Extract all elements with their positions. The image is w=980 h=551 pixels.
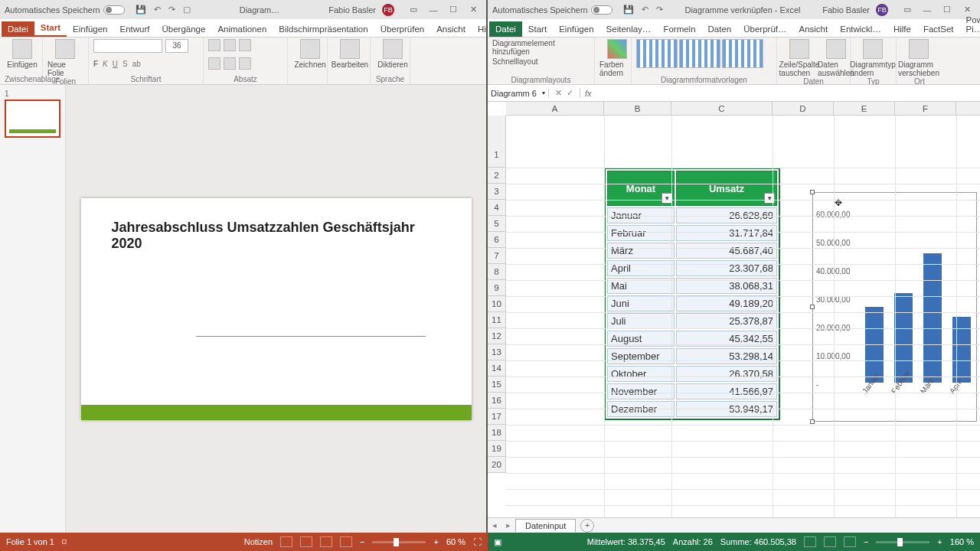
undo-icon[interactable]: ↶ [154, 5, 161, 15]
reading-view-icon[interactable] [320, 536, 332, 547]
tab-ansicht[interactable]: Ansicht [430, 21, 472, 37]
row-header-12[interactable]: 12 [488, 328, 505, 344]
row-header-9[interactable]: 9 [488, 280, 505, 296]
chart-style-2[interactable] [679, 39, 720, 68]
font-combobox[interactable] [93, 39, 162, 53]
cell-umsatz[interactable]: 41.566,97 [676, 383, 777, 399]
row-header-10[interactable]: 10 [488, 296, 505, 312]
tab-datei[interactable]: Datei [2, 21, 34, 37]
cell-umsatz[interactable]: 26.370,58 [676, 366, 777, 382]
fx-icon[interactable]: fx [580, 89, 596, 98]
cell-monat[interactable]: September [607, 348, 675, 364]
cancel-icon[interactable]: ✕ [555, 88, 562, 98]
zoom-level[interactable]: 60 % [446, 537, 466, 546]
bullets-icon[interactable] [208, 39, 220, 51]
align-center-icon[interactable] [224, 57, 236, 70]
tab-start[interactable]: Start [34, 20, 67, 37]
cell-umsatz[interactable]: 31.717,84 [676, 225, 777, 241]
bold-button[interactable]: F [93, 60, 98, 68]
cell-monat[interactable]: Oktober [607, 366, 675, 382]
slideshow-icon[interactable]: ▢ [183, 5, 191, 15]
page-break-view-icon[interactable] [844, 536, 856, 547]
tab-factset[interactable]: FactSet [917, 21, 960, 37]
col-header-B[interactable]: B [604, 102, 671, 115]
select-data-button[interactable]: Daten auswählen [818, 39, 854, 77]
tab-bildschirm[interactable]: Bildschirmpräsentation [273, 21, 374, 37]
resize-handle[interactable] [810, 305, 815, 309]
tab-powerpivot[interactable]: Power Pi… [960, 12, 980, 37]
table-header-monat[interactable]: Monat▾ [607, 171, 675, 206]
draw-button[interactable]: Zeichnen [292, 39, 328, 69]
close-icon[interactable]: ✕ [465, 4, 482, 16]
tab-entwurf[interactable]: Entwurf [113, 21, 155, 37]
normal-view-icon[interactable] [804, 536, 816, 547]
chevron-down-icon[interactable]: ▾ [542, 90, 545, 96]
chart-styles-gallery[interactable] [636, 39, 772, 68]
italic-button[interactable]: K [103, 60, 108, 68]
sheet-tab-dateninput[interactable]: Dateninput [515, 519, 576, 532]
col-header-C[interactable]: C [671, 102, 773, 115]
move-chart-button[interactable]: Diagramm verschieben [901, 39, 936, 77]
save-icon[interactable]: 💾 [136, 5, 146, 15]
zoom-level[interactable]: 160 % [950, 537, 974, 546]
zoom-out-icon[interactable]: − [360, 537, 364, 546]
autosave-toggle[interactable]: Automatisches Speichern [5, 5, 125, 15]
tab-daten[interactable]: Daten [702, 21, 738, 37]
font-size-combobox[interactable]: 36 [165, 39, 188, 53]
add-chart-element-button[interactable]: Diagrammelement hinzufügen [492, 39, 590, 56]
paste-button[interactable]: Einfügen [5, 39, 40, 69]
spell-icon[interactable]: ⌑ [62, 537, 67, 547]
enter-icon[interactable]: ✓ [567, 88, 573, 98]
row-header-4[interactable]: 4 [488, 200, 505, 216]
worksheet-grid[interactable]: ABCDEF 1234567891011121314151617181920 M… [488, 102, 980, 517]
chart-style-1[interactable] [636, 39, 678, 68]
strikethrough-button[interactable]: S [122, 60, 128, 68]
notes-button[interactable]: Notizen [244, 537, 273, 546]
zoom-out-icon[interactable]: − [864, 537, 868, 546]
cell-monat[interactable]: Juni [607, 295, 675, 311]
zoom-in-icon[interactable]: + [433, 537, 438, 546]
table-row[interactable]: Juli25.378,87 [607, 313, 777, 329]
new-slide-button[interactable]: Neue Folie [47, 39, 83, 77]
minimize-icon[interactable]: — [919, 4, 936, 16]
row-header-16[interactable]: 16 [488, 393, 505, 409]
col-header-D[interactable]: D [773, 102, 834, 115]
sheet-nav-next[interactable]: ▸ [501, 520, 515, 530]
ribbon-mode-icon[interactable]: ▭ [405, 4, 422, 16]
cell-umsatz[interactable]: 25.378,87 [676, 313, 777, 329]
row-header-18[interactable]: 18 [488, 425, 505, 441]
row-header-5[interactable]: 5 [488, 216, 505, 232]
row-header-11[interactable]: 11 [488, 312, 505, 328]
avatar[interactable]: FB [876, 4, 888, 16]
resize-handle[interactable] [810, 190, 815, 194]
redo-icon[interactable]: ↷ [168, 5, 175, 15]
record-macro-icon[interactable]: ▣ [494, 537, 501, 547]
cell-umsatz[interactable]: 49.189,20 [676, 295, 777, 311]
row-header-17[interactable]: 17 [488, 409, 505, 425]
tab-ansicht[interactable]: Ansicht [793, 21, 835, 37]
cell-monat[interactable]: März [607, 243, 675, 259]
cell-monat[interactable]: Februar [607, 225, 675, 241]
shadow-button[interactable]: ab [132, 60, 141, 68]
slide-thumbnails[interactable]: 1 [0, 85, 66, 533]
bar-März[interactable] [923, 253, 942, 383]
tab-start[interactable]: Start [522, 21, 553, 37]
data-table[interactable]: Monat▾ Umsatz▾ Januar26.628,69Februar31.… [604, 168, 780, 420]
fit-window-icon[interactable]: ⛶ [473, 537, 482, 546]
slide-thumbnail-1[interactable] [5, 99, 60, 138]
change-colors-button[interactable]: Farben ändern [599, 39, 635, 77]
tab-entwickler[interactable]: Entwickl… [834, 21, 887, 37]
change-chart-type-button[interactable]: Diagrammtyp ändern [855, 39, 890, 77]
tab-animationen[interactable]: Animationen [211, 21, 273, 37]
avatar[interactable]: FB [382, 4, 394, 16]
underline-button[interactable]: U [113, 60, 118, 68]
row-header-6[interactable]: 6 [488, 232, 505, 248]
zoom-in-icon[interactable]: + [937, 537, 942, 546]
toggle-off-icon[interactable] [591, 5, 612, 15]
numbering-icon[interactable] [224, 39, 236, 51]
ribbon-mode-icon[interactable]: ▭ [899, 4, 916, 16]
cell-monat[interactable]: April [607, 260, 675, 276]
slide-canvas-area[interactable]: Jahresabschluss Umsatzzahlen Geschäftsja… [66, 85, 486, 533]
tab-ueberpruefen[interactable]: Überprüf… [737, 21, 792, 37]
zoom-slider[interactable] [876, 541, 929, 543]
